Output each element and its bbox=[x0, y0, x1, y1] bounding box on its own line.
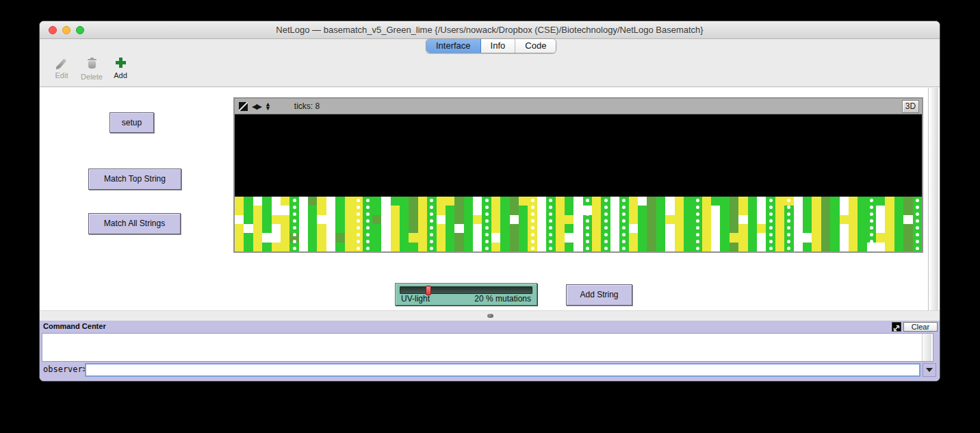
turtle-dot bbox=[485, 233, 489, 236]
turtle-dot bbox=[293, 206, 296, 209]
tab-info[interactable]: Info bbox=[481, 39, 516, 53]
patch-cell bbox=[775, 233, 785, 243]
patch-cell bbox=[326, 215, 336, 225]
uv-light-slider[interactable]: UV-light 20 % mutations bbox=[395, 283, 537, 306]
patch-cell bbox=[519, 224, 528, 234]
patch-cell bbox=[308, 243, 318, 252]
patch-cell bbox=[565, 243, 574, 252]
patch-cell bbox=[665, 206, 675, 215]
turtle-dot bbox=[485, 240, 489, 243]
add-button[interactable]: Add bbox=[108, 57, 133, 79]
patch-cell bbox=[446, 197, 455, 206]
turtle-dot bbox=[586, 212, 589, 216]
world-view[interactable]: ◀▶ ▲ ▼ ticks: 8 3D bbox=[233, 97, 923, 253]
patch-cell bbox=[391, 206, 400, 215]
output-scrollbar[interactable] bbox=[922, 334, 931, 361]
patch-cell bbox=[794, 233, 803, 243]
patch-cell bbox=[519, 206, 528, 215]
patch-cell bbox=[840, 224, 849, 234]
match-top-string-button[interactable]: Match Top String bbox=[88, 169, 181, 190]
command-input[interactable] bbox=[85, 363, 920, 377]
patch-cell bbox=[675, 224, 684, 234]
patch-cell bbox=[738, 224, 748, 234]
patch-cell bbox=[757, 243, 766, 252]
turtle-dot bbox=[870, 240, 873, 243]
vertical-wrap-icon[interactable]: ▲ ▼ bbox=[265, 102, 271, 110]
turtle-dot bbox=[604, 219, 608, 223]
patch-cell bbox=[418, 206, 428, 215]
turtle-dot bbox=[787, 212, 790, 216]
patch-cell bbox=[665, 233, 675, 243]
patch-cell bbox=[656, 215, 666, 225]
edit-button[interactable]: Edit bbox=[48, 57, 75, 79]
turtle-dot bbox=[586, 247, 589, 250]
patch-cell bbox=[894, 197, 904, 206]
turtle-dot bbox=[357, 226, 360, 230]
tab-code[interactable]: Code bbox=[515, 39, 556, 53]
patch-cell bbox=[372, 215, 382, 225]
patch-cell bbox=[830, 206, 840, 215]
patch-cell bbox=[537, 206, 547, 215]
setup-button[interactable]: setup bbox=[109, 112, 154, 133]
patch-cell bbox=[437, 206, 446, 215]
turtle-dot bbox=[696, 199, 699, 202]
patch-cell bbox=[803, 233, 812, 243]
patch-cell bbox=[812, 215, 821, 225]
turtle-dot bbox=[696, 206, 699, 209]
splitter-handle[interactable] bbox=[487, 314, 493, 318]
add-string-button[interactable]: Add String bbox=[566, 284, 632, 306]
patch-cell bbox=[381, 243, 391, 252]
patch-cell bbox=[711, 233, 721, 243]
turtle-dot bbox=[696, 240, 699, 243]
patch-cell bbox=[738, 206, 748, 215]
patch-cell bbox=[903, 233, 913, 243]
patch-cell bbox=[510, 243, 519, 252]
patch-cell bbox=[720, 206, 730, 215]
tab-interface[interactable]: Interface bbox=[426, 39, 481, 53]
delete-button[interactable]: Delete bbox=[75, 57, 108, 81]
patch-cell bbox=[281, 233, 290, 243]
patch-cell bbox=[684, 224, 693, 234]
turtle-dot bbox=[549, 199, 552, 202]
patch-cell bbox=[665, 197, 675, 206]
patch-cell bbox=[675, 215, 684, 225]
patch-cell bbox=[876, 233, 886, 243]
world-empty-area[interactable] bbox=[235, 114, 922, 197]
patch-cell bbox=[372, 206, 382, 215]
patch-cell bbox=[903, 206, 913, 215]
patch-cell bbox=[610, 197, 620, 206]
toolbar: Edit Delete Add abc Button normal speed bbox=[40, 54, 940, 87]
patch-cell bbox=[253, 215, 263, 225]
patch-cell bbox=[317, 224, 326, 234]
patch-cell bbox=[409, 215, 418, 225]
patch-cell bbox=[775, 243, 785, 252]
patch-cell bbox=[281, 197, 290, 206]
horizontal-wrap-icon[interactable]: ◀▶ bbox=[252, 102, 261, 111]
turtle-dot bbox=[787, 226, 790, 230]
export-output-button[interactable] bbox=[892, 322, 901, 332]
turtle-dot bbox=[787, 219, 790, 223]
patch-cell bbox=[711, 243, 721, 252]
patch-cell bbox=[720, 197, 730, 206]
patch-cell bbox=[400, 243, 409, 252]
command-output-area[interactable] bbox=[42, 333, 933, 362]
turtle-dot bbox=[366, 240, 370, 243]
diagonal-resize-icon[interactable] bbox=[239, 102, 248, 111]
world-patch-grid[interactable] bbox=[235, 197, 922, 251]
match-all-strings-button[interactable]: Match All Strings bbox=[88, 213, 181, 234]
turtle-dot bbox=[916, 206, 919, 209]
plus-icon bbox=[116, 58, 126, 68]
patch-cell bbox=[299, 215, 309, 225]
titlebar[interactable]: NetLogo — basematch_v5_Green_lime {/User… bbox=[40, 21, 940, 39]
turtle-dot bbox=[531, 199, 534, 202]
patch-cell bbox=[573, 197, 583, 206]
patch-cell bbox=[381, 215, 391, 225]
command-center-splitter[interactable] bbox=[40, 310, 940, 321]
agent-type-dropdown[interactable] bbox=[923, 363, 936, 377]
patch-cell bbox=[730, 215, 739, 225]
clear-button[interactable]: Clear bbox=[903, 322, 938, 332]
patch-cell bbox=[409, 233, 418, 243]
patch-cell bbox=[244, 197, 253, 206]
main-vertical-scrollbar[interactable]: ▲ ▼ bbox=[928, 88, 938, 319]
view-3d-button[interactable]: 3D bbox=[902, 100, 919, 113]
